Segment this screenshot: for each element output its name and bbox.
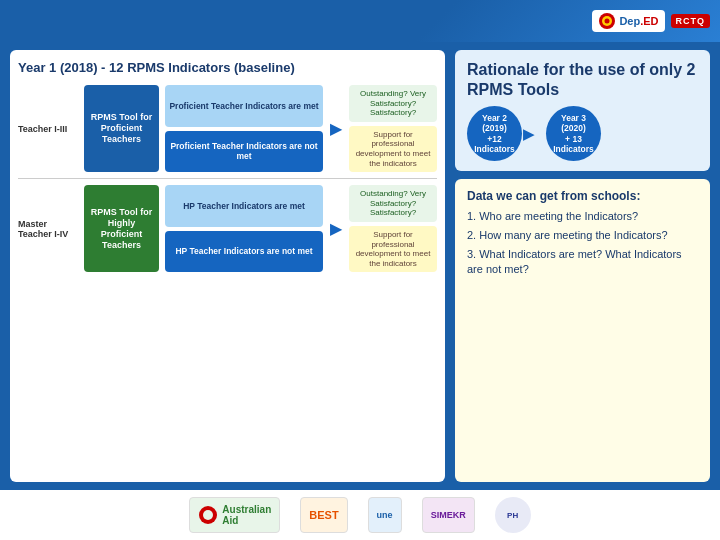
data-list-item: 2. How many are meeting the Indicators?: [467, 228, 698, 243]
data-list-item: 3. What Indicators are met? What Indicat…: [467, 247, 698, 277]
data-box: Data we can get from schools: 1. Who are…: [455, 179, 710, 482]
tool1-box: RPMS Tool for Proficient Teachers: [84, 85, 159, 172]
teacher1-label: Teacher I-III: [18, 85, 78, 172]
year-badges: Year 2 (2019) +12 Indicators Year 3 (202…: [467, 106, 698, 161]
aus-aid-label: AustralianAid: [222, 504, 271, 526]
arrow-2: ▶: [329, 185, 343, 272]
svg-point-2: [605, 19, 610, 24]
teacher-section-2: Master Teacher I-IV RPMS Tool for Highly…: [18, 185, 437, 272]
outcome1b: Support for professional development to …: [349, 126, 437, 172]
left-panel: Year 1 (2018) - 12 RPMS Indicators (base…: [10, 50, 445, 482]
svg-point-4: [203, 510, 213, 520]
logo-circle: PH: [495, 497, 531, 533]
outcome2a: Outstanding? Very Satisfactory? Satisfac…: [349, 185, 437, 222]
logo-australian-aid: AustralianAid: [189, 497, 280, 533]
tool2-box: RPMS Tool for Highly Proficient Teachers: [84, 185, 159, 272]
data-list: 1. Who are meeting the Indicators?2. How…: [467, 209, 698, 276]
logo-best: BEST: [300, 497, 347, 533]
data-intro: Data we can get from schools:: [467, 189, 698, 203]
outcome-col-1: Outstanding? Very Satisfactory? Satisfac…: [349, 85, 437, 172]
outcome1a: Outstanding? Very Satisfactory? Satisfac…: [349, 85, 437, 122]
arrow-1: ▶: [329, 85, 343, 172]
indicator-col-2: HP Teacher Indicators are met HP Teacher…: [165, 185, 323, 272]
right-panel: Rationale for the use of only 2 RPMS Too…: [455, 50, 710, 482]
indicator2-not-met: HP Teacher Indicators are not met: [165, 231, 323, 273]
outcome-col-2: Outstanding? Very Satisfactory? Satisfac…: [349, 185, 437, 272]
section-divider: [18, 178, 437, 179]
left-panel-title: Year 1 (2018) - 12 RPMS Indicators (base…: [18, 60, 437, 75]
teacher2-label: Master Teacher I-IV: [18, 185, 78, 272]
data-list-item: 1. Who are meeting the Indicators?: [467, 209, 698, 224]
indicator2-met: HP Teacher Indicators are met: [165, 185, 323, 227]
rctq-badge: RCTQ: [671, 14, 711, 28]
indicator1-met: Proficient Teacher Indicators are met: [165, 85, 323, 127]
ed-text: .ED: [640, 15, 658, 27]
outcome2b: Support for professional development to …: [349, 226, 437, 272]
rationale-title: Rationale for the use of only 2 RPMS Too…: [467, 60, 698, 100]
deped-logo: Dep.ED: [592, 10, 664, 32]
year3-badge: Year 3 (2020) + 13 Indicators: [546, 106, 601, 161]
top-bar: Dep.ED RCTQ: [0, 0, 720, 42]
rationale-box: Rationale for the use of only 2 RPMS Too…: [455, 50, 710, 171]
logo-une: une: [368, 497, 402, 533]
bottom-bar: AustralianAid BEST une SIMEKR PH: [0, 490, 720, 540]
indicator-col-1: Proficient Teacher Indicators are met Pr…: [165, 85, 323, 172]
teacher-row-2: Master Teacher I-IV RPMS Tool for Highly…: [18, 185, 437, 272]
logo-simekr: SIMEKR: [422, 497, 475, 533]
main-content: Year 1 (2018) - 12 RPMS Indicators (base…: [0, 42, 720, 490]
teacher-row-1: Teacher I-III RPMS Tool for Proficient T…: [18, 85, 437, 172]
dep-text: Dep: [619, 15, 640, 27]
teacher-section-1: Teacher I-III RPMS Tool for Proficient T…: [18, 85, 437, 172]
indicator1-not-met: Proficient Teacher Indicators are not me…: [165, 131, 323, 173]
logo-area: Dep.ED RCTQ: [592, 10, 710, 32]
year2-badge: Year 2 (2019) +12 Indicators: [467, 106, 522, 161]
